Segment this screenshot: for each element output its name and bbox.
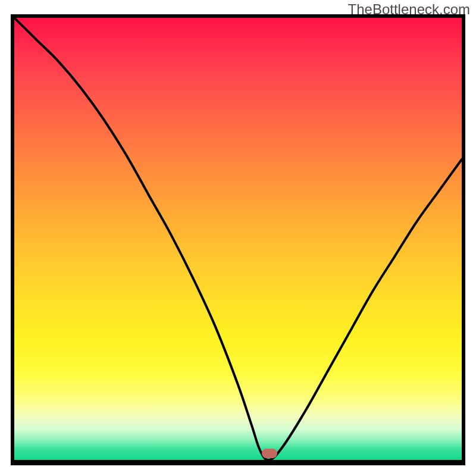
- watermark-text: TheBottleneck.com: [348, 1, 470, 18]
- plot-frame: [11, 14, 465, 465]
- optimal-point-marker: [262, 449, 277, 458]
- chart-container: TheBottleneck.com: [0, 0, 476, 476]
- bottleneck-curve: [14, 18, 462, 460]
